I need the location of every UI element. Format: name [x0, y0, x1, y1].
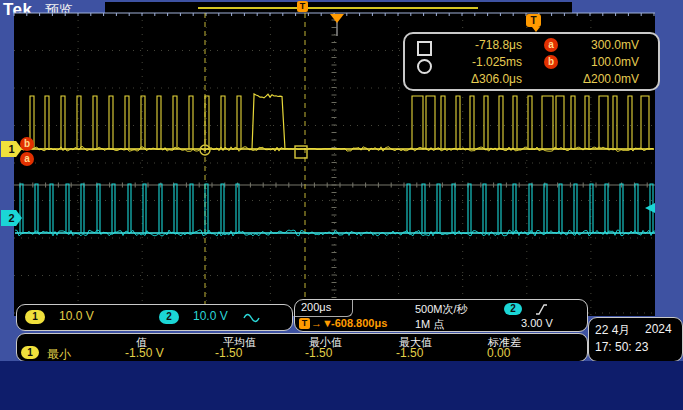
year-label: 2024 [645, 322, 672, 336]
expansion-point-icon [330, 14, 344, 23]
channel-settings-bar: 1 10.0 V 2 10.0 V [16, 304, 293, 331]
timebase-box: 200μs [295, 300, 353, 317]
meas-source-badge: 1 [21, 346, 39, 359]
timebase-value: 200μs [301, 301, 331, 313]
trigger-slope-rising-icon [535, 303, 549, 316]
cursor-square-time: -718.8μs [442, 38, 522, 52]
channel1-scale[interactable]: 10.0 V [59, 309, 94, 323]
trigger-level-arrow-icon[interactable] [645, 203, 655, 213]
channel2-scale[interactable]: 10.0 V [193, 309, 228, 323]
cursor-circle-time: -1.025ms [442, 55, 522, 69]
cursor-readout-box: -718.8μs a 300.0mV -1.025ms b 100.0mV Δ3… [403, 32, 660, 91]
ac-coupling-sine-icon [243, 312, 261, 324]
meas-value: -1.50 V [125, 346, 164, 360]
trigger-position-icon[interactable]: T [526, 14, 541, 27]
record-view-waveform-line [198, 7, 478, 9]
cursor-a-marker[interactable]: a [20, 152, 34, 166]
record-view-strip: T [105, 2, 572, 13]
horizontal-trigger-bar: 200μs 500M次/秒 2 T →▼ -608.800μs 1M 点 3.0… [294, 299, 588, 332]
record-length: 1M 点 [415, 317, 444, 332]
trigger-delay-t-icon: T [299, 318, 310, 329]
trigger-level-value: 3.00 V [521, 317, 553, 329]
channel2-badge[interactable]: 2 [159, 310, 179, 324]
channel1-badge[interactable]: 1 [25, 310, 45, 324]
cursor-b-marker[interactable]: b [20, 137, 34, 151]
meas-max: -1.50 [396, 346, 423, 360]
datetime-box: 22 4月 2024 17: 50: 23 [588, 317, 683, 362]
circle-cursor-icon [417, 59, 432, 74]
record-trigger-position-icon[interactable]: T [297, 1, 308, 12]
cursor-a-amplitude: 300.0mV [555, 38, 639, 52]
time-label: 17: 50: 23 [595, 340, 648, 354]
cursor-delta-amplitude: Δ200.0mV [555, 72, 639, 86]
date-label: 22 4月 [595, 322, 630, 339]
softkey-menu-bar: 类型 边沿 源 2 耦合 噪声过滤 斜率 电平 3. [0, 361, 683, 410]
measurement-bar: 值 平均值 最小值 最大值 标准差 1 最小 -1.50 V -1.50 -1.… [16, 333, 588, 362]
meas-min: -1.50 [305, 346, 332, 360]
sample-rate: 500M次/秒 [415, 302, 468, 317]
oscilloscope-screen: Tek 预览 T T 1 2 b a -718.8μs a 300.0mV -1… [0, 0, 683, 410]
square-cursor-icon [417, 41, 432, 56]
trigger-source-badge: 2 [504, 303, 522, 315]
meas-stddev: 0.00 [487, 346, 510, 360]
trigger-delay-arrows: →▼ [311, 317, 333, 329]
cursor-delta-time: Δ306.0μs [442, 72, 522, 86]
cursor-b-amplitude: 100.0mV [555, 55, 639, 69]
trigger-delay-value: -608.800μs [331, 317, 387, 329]
meas-mean: -1.50 [215, 346, 242, 360]
